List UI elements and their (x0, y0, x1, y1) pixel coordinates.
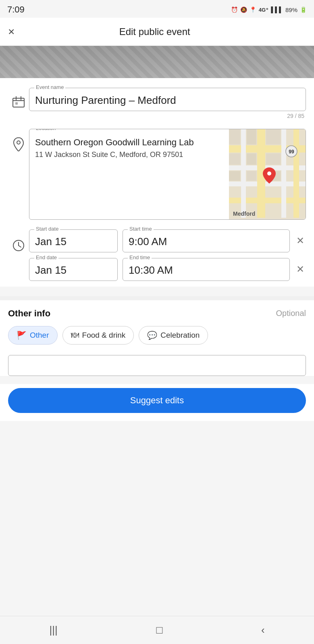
section-divider (0, 296, 314, 300)
location-address: 11 W Jackson St Suite C, Medford, OR 975… (35, 150, 223, 159)
other-info-header: Other info Optional (8, 308, 306, 319)
other-chip-icon: 🚩 (17, 330, 27, 340)
celebration-chip-icon: 💬 (147, 330, 157, 340)
description-input[interactable] (8, 355, 306, 376)
start-date-field[interactable]: Start date Jan 15 (29, 229, 118, 252)
other-info-optional: Optional (276, 309, 306, 318)
food-chip-icon: 🍽 (71, 330, 79, 340)
event-name-field[interactable]: Event name Nurturing Parenting – Medford (29, 88, 306, 111)
other-chip-label: Other (30, 331, 49, 340)
location-field[interactable]: Location Southern Oregon Goodwill Learni… (29, 129, 306, 220)
other-info-section: Other info Optional 🚩 Other 🍽 Food & dri… (0, 300, 314, 349)
location-label: Location (34, 129, 57, 131)
svg-rect-21 (229, 171, 240, 181)
other-info-title: Other info (8, 308, 50, 319)
bottom-area (0, 349, 314, 376)
page-title: Edit public event (23, 26, 287, 37)
svg-rect-20 (229, 153, 240, 165)
location-row: Location Southern Oregon Goodwill Learni… (8, 129, 306, 220)
chip-other[interactable]: 🚩 Other (8, 326, 58, 345)
bottom-nav: ||| □ ‹ (0, 616, 314, 644)
location-icon (8, 129, 29, 151)
end-time-value: 10:30 AM (129, 262, 284, 277)
main-content: Event name Nurturing Parenting – Medford… (0, 78, 314, 287)
start-datetime-row: Start date Jan 15 Start time 9:00 AM ✕ (29, 229, 306, 252)
end-time-label: End time (128, 254, 152, 260)
end-time-field[interactable]: End time 10:30 AM (123, 258, 290, 281)
event-name-row: Event name Nurturing Parenting – Medford… (8, 88, 306, 119)
start-date-label: Start date (34, 226, 60, 232)
svg-point-27 (267, 171, 271, 175)
start-time-field[interactable]: Start time 9:00 AM (123, 229, 290, 252)
clock-icon (8, 229, 29, 252)
svg-rect-14 (293, 129, 299, 218)
svg-rect-15 (229, 129, 240, 144)
food-chip-label: Food & drink (82, 331, 126, 340)
suggest-edits-button[interactable]: Suggest edits (8, 388, 306, 413)
svg-rect-0 (13, 98, 24, 107)
end-datetime-row: End date Jan 15 End time 10:30 AM ✕ (29, 258, 306, 281)
clear-start-time-button[interactable]: ✕ (295, 233, 306, 248)
event-name-label: Event name (34, 84, 65, 90)
svg-rect-11 (241, 129, 246, 218)
alarm-icon: ⏰ (231, 6, 238, 13)
nav-recent-button[interactable]: ||| (49, 624, 57, 636)
status-time: 7:09 (7, 4, 25, 15)
signal-icon: ▌▌▌ (271, 6, 283, 13)
svg-line-31 (19, 246, 21, 247)
battery-icon: 🔋 (300, 6, 307, 13)
event-icon (8, 88, 29, 109)
battery-percentage: 89% (285, 6, 297, 13)
svg-rect-19 (266, 153, 281, 165)
category-chips: 🚩 Other 🍽 Food & drink 💬 Celebration (8, 326, 306, 349)
close-button[interactable]: × (8, 25, 15, 38)
start-date-value: Jan 15 (35, 234, 112, 248)
suggest-edits-container: Suggest edits (0, 384, 314, 421)
char-count: 29 / 85 (29, 113, 306, 119)
svg-text:Medford: Medford (233, 211, 255, 217)
datetime-fields: Start date Jan 15 Start time 9:00 AM ✕ E… (29, 229, 306, 287)
clear-end-time-button[interactable]: ✕ (295, 262, 306, 277)
cover-photo (0, 46, 314, 78)
datetime-section: Start date Jan 15 Start time 9:00 AM ✕ E… (8, 229, 306, 287)
event-name-value: Nurturing Parenting – Medford (35, 91, 300, 107)
svg-point-5 (17, 141, 20, 144)
celebration-chip-label: Celebration (160, 331, 200, 340)
mute-icon: 🔕 (240, 6, 247, 13)
chip-celebration[interactable]: 💬 Celebration (139, 326, 208, 345)
svg-rect-4 (15, 102, 18, 105)
network-icon: 4G⁺ (259, 7, 268, 13)
start-time-value: 9:00 AM (129, 234, 284, 248)
svg-rect-18 (247, 153, 256, 165)
svg-text:99: 99 (289, 149, 294, 155)
end-date-value: Jan 15 (35, 262, 112, 277)
location-text: Southern Oregon Goodwill Learning Lab 11… (29, 129, 229, 219)
svg-rect-16 (247, 129, 256, 144)
app-bar: × Edit public event (0, 18, 314, 46)
location-icon: 📍 (250, 6, 256, 13)
start-time-label: Start time (128, 226, 154, 232)
status-bar: 7:09 ⏰ 🔕 📍 4G⁺ ▌▌▌ 89% 🔋 (0, 0, 314, 18)
location-name: Southern Oregon Goodwill Learning Lab (35, 136, 223, 149)
end-date-label: End date (34, 254, 58, 260)
svg-rect-17 (266, 129, 281, 144)
svg-rect-22 (247, 171, 256, 181)
nav-back-button[interactable]: ‹ (261, 624, 265, 636)
end-date-field[interactable]: End date Jan 15 (29, 258, 118, 281)
status-icons: ⏰ 🔕 📍 4G⁺ ▌▌▌ 89% 🔋 (231, 6, 307, 13)
chip-food[interactable]: 🍽 Food & drink (62, 326, 134, 345)
location-map: 99 Medford (229, 129, 306, 219)
svg-rect-13 (281, 129, 286, 218)
nav-home-button[interactable]: □ (156, 624, 162, 636)
